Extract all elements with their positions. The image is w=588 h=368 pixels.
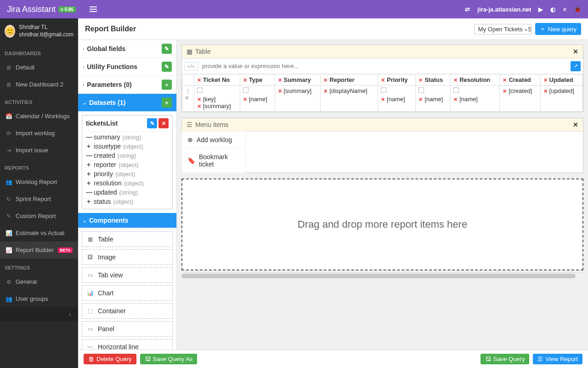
sidebar-item-custom-report[interactable]: ✎Custom Report [0,207,78,224]
expression-input[interactable] [200,61,568,71]
col-reporter[interactable]: ✕Reporter [321,75,378,86]
checkbox[interactable] [197,87,203,93]
accordion-parameters-0-[interactable]: ›Parameters (0)＋ [78,76,176,93]
bug-icon[interactable]: 🐞 [574,6,581,13]
delete-query-button[interactable]: 🗑Delete Query [84,354,136,364]
sidebar-item-user-groups[interactable]: 👥User groups [0,290,78,307]
cell[interactable]: ✕[summary] [275,86,321,112]
close-icon[interactable]: ✕ [573,48,578,55]
query-selector[interactable]: My Open Tickets - Sor [474,24,531,34]
sidebar-collapse[interactable]: ‹ [0,307,78,321]
cell[interactable]: ✕[name] [240,86,275,112]
remove-col-icon[interactable]: ✕ [243,77,247,83]
remove-col-icon[interactable]: ✕ [418,77,423,83]
col-priority[interactable]: ✕Priority [378,75,416,86]
remove-col-icon[interactable]: ✕ [381,77,385,83]
menu-item-add-worklog[interactable]: ⊕Add worklog [181,131,246,149]
sidebar-item-estimate-vs-actual[interactable]: 📊Estimate vs Actual [0,224,78,242]
component-tab-view[interactable]: ▭Tab view [82,267,173,283]
row-handle[interactable]: ⋮≡ [182,86,194,112]
remove-col-icon[interactable]: ✕ [278,77,282,83]
cell[interactable]: ✕[displayName] [321,86,378,112]
sidebar-item-sprint-report[interactable]: ↻Sprint Report [0,190,78,207]
component-icon: ▭ [87,272,93,278]
field-resolution[interactable]: +resolution (object) [86,178,169,188]
cell[interactable]: ✕[created] [500,86,540,112]
field-priority[interactable]: +priority (object) [86,169,169,178]
sidebar-item-general[interactable]: ⚙General [0,273,78,290]
edit-button[interactable]: ✎ [162,44,172,54]
hamburger-icon[interactable] [90,6,97,12]
component-table[interactable]: ▦Table [82,231,173,247]
cell[interactable]: ✕[key]✕[summary] [194,86,240,112]
checkbox[interactable] [453,87,459,93]
col-created[interactable]: ✕Created [500,75,540,86]
save-query-button[interactable]: 🖫Save Query [481,354,530,364]
close-icon[interactable]: ✕ [573,121,578,128]
cell[interactable]: ✕[name] [378,86,416,112]
h-scrollbar[interactable] [181,272,583,279]
youtube-icon[interactable]: ▶ [538,6,543,13]
view-report-button[interactable]: ☰View Report [533,354,582,364]
remove-col-icon[interactable]: ✕ [323,77,328,83]
component-image[interactable]: 🖼Image [82,249,173,265]
remove-col-icon[interactable]: ✕ [197,77,201,83]
code-icon[interactable]: </> [184,62,198,70]
save-query-as-button[interactable]: 🖫Save Query As [140,354,198,364]
col-summary[interactable]: ✕Summary [275,75,321,86]
sidebar: 🙂 Shridhar TL shridhar.tl@gmail.com DASH… [0,18,78,368]
component-icon: — [87,344,93,350]
delete-dataset-button[interactable]: ✕ [158,118,169,128]
contrast-icon[interactable]: ◐ [550,6,555,13]
sidebar-item-calendar-worklogs[interactable]: 📅Calendar / Worklogs [0,108,78,125]
sidebar-item-new-dashboard-2[interactable]: ⊞New Dashboard 2 [0,76,78,93]
components-header[interactable]: ⌄ Components [78,213,176,228]
col-resolution[interactable]: ✕Resolution [451,75,500,86]
drop-zone[interactable]: Drag and drop more report items here [181,178,583,270]
sidebar-item-worklog-report[interactable]: 👥Worklog Report [0,173,78,190]
component-container[interactable]: ⬚Container [82,303,173,319]
field-created[interactable]: —created (string) [86,151,169,160]
sidebar-item-report-builder[interactable]: 📈Report BuilderBETA [0,242,78,259]
sidebar-item-import-issue[interactable]: ⇥Import issue [0,142,78,159]
share-icon[interactable]: < [563,6,566,13]
checkbox[interactable] [418,87,424,93]
edit-button[interactable]: ✎ [162,62,172,72]
component-horizontal-line[interactable]: —Horizontal line [82,339,173,350]
cell[interactable]: ✕[name] [451,86,500,112]
edit-dataset-button[interactable]: ✎ [147,118,157,128]
sidebar-item-default[interactable]: ⊞Default [0,59,78,76]
col-ticket no[interactable]: ✕Ticket No [194,75,240,86]
datasets-header[interactable]: ⌄ Datasets (1) ＋ [78,94,176,111]
chevron-right-icon: › [83,46,84,52]
remove-col-icon[interactable]: ✕ [503,77,507,83]
field-status[interactable]: +status (object) [86,197,169,206]
field-updated[interactable]: —updated (string) [86,188,169,197]
user-box[interactable]: 🙂 Shridhar TL shridhar.tl@gmail.com [0,18,78,44]
nav-icon: ⟳ [6,130,12,137]
add-dataset-button[interactable]: ＋ [162,98,172,108]
sidebar-item-import-worklog[interactable]: ⟳Import worklog [0,125,78,142]
accordion-global-fields[interactable]: ›Global fields✎ [78,40,176,58]
add-button[interactable]: ＋ [162,80,172,90]
cell[interactable]: ✕[updated] [540,86,582,112]
accordion-utility-functions[interactable]: ›Utility Functions✎ [78,58,176,75]
remove-col-icon[interactable]: ✕ [453,77,458,83]
col-updated[interactable]: ✕Updated [540,75,582,86]
component-chart[interactable]: 📊Chart [82,285,173,301]
checkbox[interactable] [243,87,249,93]
popout-icon[interactable]: ↗ [571,61,581,71]
domain-label[interactable]: jira-ja.atlassian.net [477,6,531,13]
menu-item-bookmark-ticket[interactable]: 🔖Bookmark ticket [181,148,246,173]
component-panel[interactable]: ▭Panel [82,321,173,337]
field-issuetype[interactable]: +issuetype (object) [86,142,169,151]
field-reporter[interactable]: +reporter (object) [86,160,169,169]
cell[interactable]: ✕[name] [416,86,451,112]
new-query-button[interactable]: ＋New query [535,23,581,35]
col-status[interactable]: ✕Status [416,75,451,86]
remove-col-icon[interactable]: ✕ [543,77,548,83]
swap-icon[interactable]: ⇄ [465,6,470,13]
field-summary[interactable]: —summary (string) [86,132,169,142]
col-type[interactable]: ✕Type [240,75,275,86]
checkbox[interactable] [381,87,386,93]
